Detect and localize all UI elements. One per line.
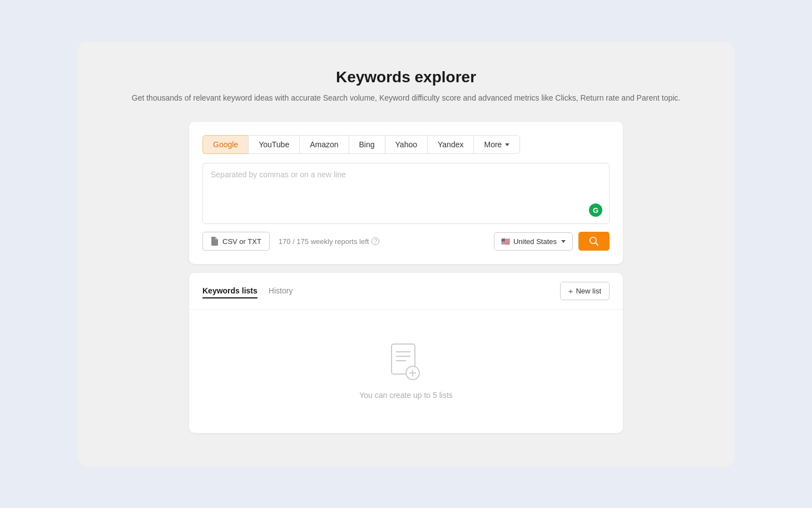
reports-count: 170 / 175 weekly reports left <box>279 237 369 246</box>
page-subtitle: Get thousands of relevant keyword ideas … <box>132 92 680 104</box>
search-card: Google YouTube Amazon Bing Yahoo Yandex … <box>189 122 623 264</box>
tab-youtube[interactable]: YouTube <box>248 135 299 154</box>
engine-tabs: Google YouTube Amazon Bing Yahoo Yandex … <box>202 135 610 154</box>
keyword-input-area: G <box>202 163 610 224</box>
tab-keywords-lists[interactable]: Keywords lists <box>202 284 258 298</box>
tab-yahoo[interactable]: Yahoo <box>385 135 427 154</box>
search-bottom-row: CSV or TXT 170 / 175 weekly reports left… <box>202 232 610 251</box>
tab-yandex[interactable]: Yandex <box>427 135 473 154</box>
bottom-left-controls: CSV or TXT 170 / 175 weekly reports left… <box>202 232 379 251</box>
country-label: United States <box>513 237 557 246</box>
plus-icon: + <box>568 286 573 296</box>
tab-amazon[interactable]: Amazon <box>299 135 348 154</box>
country-select-button[interactable]: 🇺🇸 United States <box>494 232 573 251</box>
keyword-textarea[interactable] <box>211 170 601 215</box>
empty-list-text: You can create up to 5 lists <box>359 391 453 400</box>
tab-more[interactable]: More <box>473 135 520 154</box>
tab-history[interactable]: History <box>269 284 293 298</box>
tab-google[interactable]: Google <box>202 135 248 154</box>
chevron-down-icon <box>505 143 509 146</box>
country-chevron-icon <box>561 240 566 243</box>
lists-empty-state: You can create up to 5 lists <box>189 310 623 433</box>
search-icon <box>590 237 598 246</box>
main-container: Keywords explorer Get thousands of relev… <box>78 42 734 466</box>
page-title: Keywords explorer <box>336 68 476 86</box>
lists-card: Keywords lists History + New list <box>189 273 623 433</box>
empty-list-icon <box>389 343 423 383</box>
lists-tabs: Keywords lists History <box>202 284 304 298</box>
search-button[interactable] <box>578 232 610 251</box>
new-list-button[interactable]: + New list <box>560 282 610 300</box>
help-icon[interactable]: ? <box>372 237 379 245</box>
country-flag: 🇺🇸 <box>501 237 510 246</box>
file-icon <box>211 237 219 246</box>
grammarly-icon: G <box>589 203 602 217</box>
csv-upload-button[interactable]: CSV or TXT <box>202 232 270 251</box>
reports-info: 170 / 175 weekly reports left ? <box>279 237 380 246</box>
lists-header: Keywords lists History + New list <box>189 273 623 310</box>
tab-bing[interactable]: Bing <box>349 135 385 154</box>
bottom-right-controls: 🇺🇸 United States <box>494 232 610 251</box>
